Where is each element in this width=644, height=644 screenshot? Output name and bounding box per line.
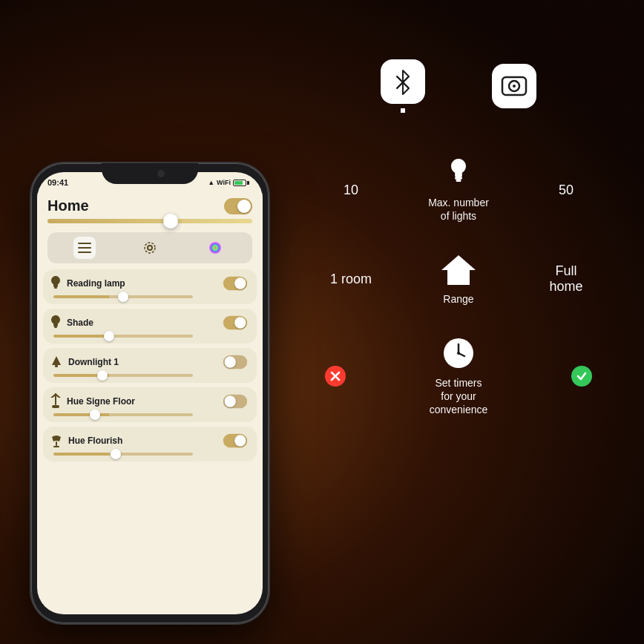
light-name-5: Hue Flourish	[68, 436, 122, 446]
svg-rect-22	[456, 180, 461, 182]
range-left-value: 1 room	[325, 272, 377, 287]
wifi-icon: WiFi	[217, 179, 231, 186]
svg-rect-11	[55, 365, 58, 367]
light-toggle-2[interactable]	[223, 316, 247, 330]
light-slider-5[interactable]	[53, 453, 193, 456]
svg-rect-15	[56, 441, 57, 446]
light-slider-4[interactable]	[53, 413, 193, 416]
range-right-value: Full home	[540, 263, 592, 295]
lights-left-value: 10	[325, 183, 377, 198]
svg-rect-13	[52, 405, 59, 408]
signal-icon: ▲	[208, 179, 214, 186]
bluetooth-icon	[391, 68, 415, 96]
comparison-section: 10 Max. numberof lights 50 1 room	[318, 157, 599, 416]
battery-icon	[233, 180, 249, 186]
toggle-knob-5	[234, 435, 246, 446]
light-name-4: Hue Signe Floor	[67, 396, 135, 407]
svg-point-4	[145, 243, 155, 253]
phone-notch	[102, 163, 198, 184]
svg-marker-10	[52, 356, 61, 365]
info-panel: 10 Max. numberof lights 50 1 room	[318, 59, 599, 416]
light-item: Hue Flourish	[43, 427, 257, 461]
svg-point-5	[209, 242, 221, 254]
range-comparison-row: 1 room Range Full home	[318, 252, 599, 306]
timers-center: Set timersfor yourconvenience	[346, 336, 571, 417]
light-name-2: Shade	[67, 318, 93, 328]
timers-right-indicator	[571, 366, 592, 387]
lights-comparison-row: 10 Max. numberof lights 50	[318, 157, 599, 223]
toggle-knob-4	[225, 395, 236, 407]
home-brightness-slider[interactable]	[47, 219, 252, 223]
svg-rect-8	[53, 325, 58, 326]
light-item: Downlight 1	[43, 348, 257, 383]
light-slider-2[interactable]	[53, 335, 193, 338]
light-toggle-4[interactable]	[223, 395, 247, 409]
svg-point-29	[457, 352, 460, 355]
tab-bar	[47, 232, 252, 263]
hue-bridge-icon-circle	[492, 64, 536, 108]
svg-point-3	[148, 246, 152, 250]
phone-screen: 09:41 ▲ WiFi Ho	[37, 172, 263, 614]
light-slider-knob-2	[104, 331, 114, 341]
svg-rect-0	[78, 243, 91, 244]
svg-rect-1	[78, 247, 91, 249]
light-name-1: Reading lamp	[67, 278, 125, 289]
status-time: 09:41	[47, 178, 68, 187]
check-icon	[576, 371, 587, 381]
lights-center-icon	[448, 157, 469, 190]
svg-rect-16	[53, 446, 59, 447]
flourish-icon	[50, 434, 62, 447]
home-title: Home	[47, 197, 89, 214]
timers-center-icon	[441, 336, 476, 370]
home-toggle[interactable]	[224, 198, 252, 214]
notch-camera	[157, 170, 165, 177]
svg-rect-21	[455, 177, 462, 180]
tab-settings[interactable]	[139, 237, 161, 259]
bulb-icon-2	[50, 315, 61, 330]
timers-center-label: Set timersfor yourconvenience	[430, 376, 488, 417]
bluetooth-feature	[381, 59, 425, 113]
light-slider-knob-3	[97, 370, 108, 381]
light-slider-knob-5	[111, 449, 121, 459]
toggle-knob-1	[234, 277, 246, 289]
status-icons: ▲ WiFi	[208, 179, 249, 186]
floor-lamp-icon	[50, 393, 61, 410]
svg-rect-2	[78, 252, 91, 253]
light-slider-3[interactable]	[53, 374, 193, 377]
light-toggle-1[interactable]	[223, 277, 247, 291]
toggle-knob-2	[234, 317, 246, 328]
svg-point-20	[513, 85, 516, 88]
svg-rect-7	[54, 287, 57, 289]
bulb-icon-1	[50, 276, 61, 291]
bluetooth-icon-circle	[381, 59, 425, 104]
range-center: Range	[377, 252, 540, 306]
timers-comparison-row: Set timersfor yourconvenience	[318, 336, 599, 417]
svg-rect-9	[54, 326, 57, 328]
slider-knob	[163, 214, 178, 229]
light-slider-1[interactable]	[53, 295, 193, 298]
timers-left-indicator	[325, 366, 346, 387]
tab-list[interactable]	[73, 237, 96, 259]
bluetooth-dot	[401, 108, 405, 113]
light-slider-knob-4	[90, 410, 100, 420]
light-item: Shade	[43, 309, 257, 344]
lights-right-value: 50	[540, 183, 592, 198]
toggle-knob-3	[225, 356, 236, 367]
light-toggle-3[interactable]	[223, 355, 247, 369]
light-item: Hue Signe Floor	[43, 387, 257, 422]
lights-center-label: Max. numberof lights	[428, 196, 489, 223]
home-section: Home	[37, 193, 263, 232]
phone-mockup: 09:41 ▲ WiFi Ho	[31, 163, 269, 623]
light-toggle-5[interactable]	[223, 434, 247, 448]
hue-bridge-feature	[492, 64, 536, 108]
lights-center: Max. numberof lights	[377, 157, 540, 223]
tab-color[interactable]	[204, 237, 226, 259]
range-center-icon	[440, 252, 477, 286]
light-item: Reading lamp	[43, 269, 257, 304]
toggle-knob	[237, 200, 251, 213]
light-slider-knob-1	[118, 292, 128, 302]
downlight-icon	[50, 355, 62, 369]
light-name-3: Downlight 1	[68, 357, 119, 367]
x-icon	[330, 371, 341, 381]
svg-marker-23	[441, 255, 476, 285]
